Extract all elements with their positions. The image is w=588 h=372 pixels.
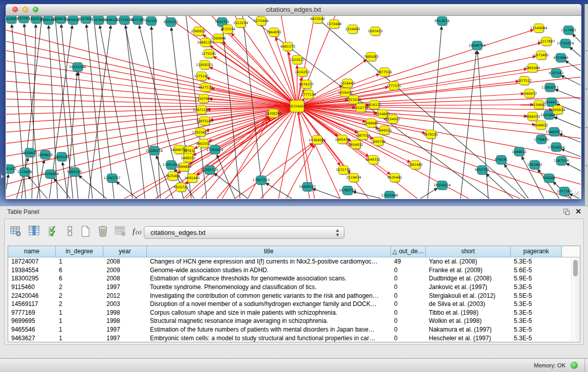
table-row[interactable]: 1938455462009Genome-wide association stu… [8, 266, 580, 275]
table-row[interactable]: 1872400712008Changes of HCN gene express… [8, 257, 580, 266]
delete-table-button[interactable] [113, 224, 127, 238]
network-node[interactable]: 16648784 [468, 41, 485, 50]
table-row[interactable]: 1830029562008Estimation of significance … [8, 274, 580, 283]
float-panel-icon[interactable] [563, 209, 570, 215]
network-node[interactable]: 6549311 [366, 156, 381, 165]
network-node[interactable]: 9391931 [6, 165, 17, 174]
network-node[interactable]: 1370446 [326, 19, 341, 29]
network-node[interactable]: 1093442 [527, 161, 542, 170]
network-window[interactable]: citations_edges.txt 26206509331931405571… [6, 4, 581, 199]
column-visibility-button[interactable] [27, 224, 41, 238]
network-node[interactable]: 1154483 [345, 25, 360, 34]
column-header-out_de[interactable]: △ out_de… [391, 246, 426, 257]
close-window-button[interactable] [12, 7, 18, 12]
split-view-button[interactable] [63, 224, 77, 238]
network-node[interactable]: 6961273 [280, 42, 295, 51]
network-node[interactable]: 2015335 [163, 17, 178, 27]
table-row[interactable]: 969969511998Structural magnetic resonanc… [8, 317, 580, 325]
network-node[interactable]: 9535441 [387, 173, 402, 183]
network-node[interactable]: 12093572 [541, 83, 558, 92]
column-header-in_degree[interactable]: in_degree [56, 246, 103, 257]
network-node[interactable]: 1877516 [377, 68, 392, 77]
network-node[interactable]: 1275241 [201, 49, 216, 58]
delete-column-button[interactable] [96, 224, 110, 238]
network-node[interactable]: 7485084 [525, 63, 540, 73]
network-node[interactable]: 1664091 [267, 28, 281, 37]
network-node[interactable]: 12923448 [381, 191, 398, 199]
new-column-button[interactable] [78, 224, 93, 238]
network-node[interactable]: 1115686 [17, 168, 32, 177]
network-node[interactable]: 17016504 [548, 143, 564, 152]
network-node[interactable]: 9227342 [549, 69, 563, 78]
network-node[interactable]: 17933451 [192, 128, 209, 137]
network-node[interactable]: 21858325 [196, 60, 213, 70]
table-row[interactable]: 911546021997Tourette syndrome. Phenomeno… [8, 283, 580, 292]
network-node[interactable]: 2204667 [364, 119, 379, 128]
network-node[interactable]: 20671193 [193, 105, 210, 115]
network-node[interactable]: 9857791 [475, 166, 490, 175]
table-settings-button[interactable] [9, 224, 23, 238]
network-node[interactable]: 1097433 [368, 27, 383, 36]
window-resize-grip[interactable] [574, 191, 580, 198]
panel-splitter-handle[interactable] [290, 202, 296, 205]
network-node[interactable]: 1777571 [386, 81, 401, 91]
network-canvas[interactable]: 2620650933193140557120891406208914110655… [6, 16, 581, 199]
table-row[interactable]: 1456911722003Disruption of a novel membe… [8, 300, 580, 309]
table-row[interactable]: 946362711997Embryonic stem cells: a mode… [8, 334, 580, 342]
memory-status-indicator[interactable] [571, 362, 578, 369]
network-node[interactable]: 15692971 [546, 127, 562, 137]
network-node[interactable]: 11548084 [530, 24, 547, 33]
column-header-year[interactable]: year [103, 246, 147, 257]
network-node[interactable]: 1275404 [254, 16, 269, 26]
network-node[interactable]: 9671385 [130, 16, 145, 25]
network-node[interactable]: 1016447 [340, 79, 355, 88]
column-header-title[interactable]: title [147, 246, 391, 257]
network-node[interactable]: 1654932 [349, 140, 363, 149]
network-node[interactable]: 5905181 [54, 152, 69, 162]
network-node[interactable]: 1877517 [517, 76, 532, 85]
network-node[interactable]: 1694612 [512, 147, 527, 157]
minimize-window-button[interactable] [23, 7, 28, 12]
network-node[interactable]: 2620651 [23, 148, 37, 158]
network-node[interactable]: 20206576 [146, 146, 163, 156]
table-row[interactable]: 2242004622012Investigating the contribut… [8, 291, 580, 300]
network-node[interactable]: 924506 [542, 174, 555, 183]
network-node[interactable]: 1167534 [554, 157, 569, 166]
network-node[interactable]: 1699619 [38, 150, 53, 160]
network-node[interactable]: 12342757 [103, 174, 120, 183]
network-node[interactable]: 1995796 [371, 137, 386, 146]
network-node[interactable]: 751552 [145, 16, 158, 26]
collapsed-right-panel-strip[interactable] [584, 4, 588, 206]
network-node[interactable]: 9679191 [423, 130, 438, 139]
table-row[interactable]: 977716911998Corpus callosum shape and si… [8, 309, 580, 317]
network-node[interactable]: 1512254 [233, 18, 248, 28]
column-header-short[interactable]: short [426, 246, 511, 257]
network-node[interactable]: 1077342 [557, 187, 572, 196]
network-node[interactable]: 1770635 [534, 135, 549, 144]
network-node[interactable]: 679191 [495, 156, 508, 165]
table-source-select[interactable]: citations_edges.txt ▲▼ [144, 226, 344, 239]
network-node[interactable]: 2119474 [346, 173, 361, 183]
network-node[interactable]: 9535721 [173, 183, 188, 192]
column-header-name[interactable]: name [8, 246, 56, 257]
network-node[interactable]: 1160472 [522, 89, 537, 98]
function-builder-button[interactable]: f (x) [130, 224, 145, 238]
scrollbar-thumb[interactable] [573, 260, 578, 276]
zoom-window-button[interactable] [33, 7, 38, 12]
network-node[interactable]: 1072711 [336, 166, 351, 175]
network-window-titlebar[interactable]: citations_edges.txt [6, 4, 581, 16]
table-row[interactable]: 946554611997Estimation of the future num… [8, 325, 580, 334]
network-node[interactable]: 15751074 [557, 39, 574, 48]
network-node[interactable]: 20153346 [69, 62, 86, 72]
column-header-pagerank[interactable]: pagerank [511, 246, 562, 257]
network-node[interactable]: 8096533 [525, 112, 540, 121]
select-rows-button[interactable] [47, 224, 61, 238]
close-panel-icon[interactable]: ✕ [575, 207, 581, 215]
network-node[interactable]: 8813014 [434, 16, 449, 26]
network-node[interactable]: 9415542 [310, 16, 325, 24]
network-node[interactable]: 1895475 [335, 135, 350, 144]
network-node[interactable]: 16782759 [339, 186, 356, 195]
network-node[interactable]: 9329966 [553, 53, 568, 62]
network-node[interactable]: 9549612 [533, 121, 548, 130]
network-node[interactable]: 12217897 [538, 37, 555, 46]
